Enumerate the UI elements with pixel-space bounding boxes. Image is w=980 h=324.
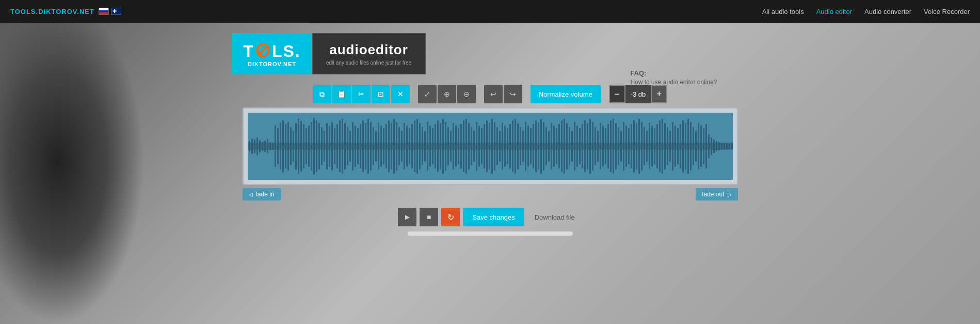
- faq-link[interactable]: How to use audio editor online?: [630, 79, 717, 86]
- copy-btn[interactable]: ⧉: [313, 85, 331, 103]
- svg-rect-14: [280, 123, 281, 169]
- svg-rect-93: [484, 124, 485, 168]
- svg-rect-97: [494, 122, 495, 171]
- svg-rect-149: [628, 128, 630, 164]
- svg-rect-118: [548, 131, 550, 162]
- svg-rect-6: [259, 140, 261, 152]
- svg-rect-158: [651, 126, 653, 167]
- nav-audio-converter[interactable]: Audio converter: [864, 8, 911, 16]
- svg-rect-5: [256, 137, 258, 155]
- svg-rect-173: [690, 122, 692, 171]
- svg-rect-84: [460, 124, 462, 168]
- topbar-logo-text: TOOLS.DIKTOROV.NET: [10, 8, 94, 16]
- svg-rect-102: [507, 128, 508, 164]
- undo-btn[interactable]: ↩: [484, 85, 503, 103]
- svg-rect-85: [463, 120, 464, 172]
- svg-rect-24: [306, 128, 307, 164]
- new-btn[interactable]: 📋: [332, 85, 351, 103]
- svg-rect-55: [385, 124, 387, 168]
- svg-rect-58: [393, 119, 395, 174]
- logo-diktorov: DIKTOROV.NET: [248, 61, 296, 67]
- svg-rect-162: [662, 119, 663, 174]
- logo-text-tools: T⊘LS.: [243, 40, 300, 60]
- cut-btn[interactable]: ✂: [352, 85, 371, 103]
- svg-rect-52: [378, 123, 379, 169]
- db-plus-btn[interactable]: +: [651, 85, 667, 103]
- svg-rect-114: [538, 123, 539, 169]
- fade-in-btn[interactable]: ◁ fade in: [243, 188, 281, 200]
- svg-rect-77: [442, 119, 444, 174]
- svg-rect-89: [473, 131, 475, 162]
- trim-btn[interactable]: ⊡: [372, 85, 390, 103]
- svg-rect-137: [597, 131, 599, 162]
- svg-rect-45: [360, 124, 361, 168]
- editor-title-main: audioeditor: [329, 42, 408, 58]
- edit-tools-group: ⧉ 📋 ✂ ⊡ ✕: [313, 85, 410, 103]
- nav-all-audio-tools[interactable]: All audio tools: [762, 8, 804, 16]
- svg-rect-9: [267, 139, 268, 153]
- svg-rect-7: [262, 142, 263, 151]
- svg-rect-134: [589, 119, 591, 174]
- svg-rect-20: [295, 123, 297, 169]
- svg-rect-135: [592, 122, 593, 171]
- svg-rect-94: [486, 120, 488, 172]
- topbar-logo[interactable]: TOOLS.DIKTOROV.NET: [10, 8, 94, 16]
- fade-out-btn[interactable]: fade out ▷: [696, 188, 737, 200]
- svg-rect-69: [422, 127, 423, 165]
- svg-rect-107: [520, 127, 521, 165]
- zoom-in-btn[interactable]: ⊕: [438, 85, 456, 103]
- db-value: -3 db: [625, 85, 651, 103]
- normalize-volume-btn[interactable]: Normalize volume: [531, 85, 601, 103]
- svg-rect-174: [693, 127, 694, 165]
- play-btn[interactable]: ▶: [398, 208, 416, 226]
- flag-ru-icon[interactable]: [99, 8, 109, 15]
- stop-btn[interactable]: ■: [420, 208, 438, 226]
- svg-rect-117: [545, 127, 547, 165]
- topbar-nav: All audio tools Audio editor Audio conve…: [762, 8, 970, 16]
- svg-rect-37: [339, 120, 341, 172]
- playback-row: ▶ ■ ↻ Save changes Download file: [398, 208, 582, 226]
- svg-rect-182: [713, 140, 715, 153]
- svg-rect-19: [293, 131, 294, 162]
- svg-rect-87: [468, 123, 470, 169]
- svg-rect-189: [731, 144, 733, 149]
- svg-rect-147: [623, 122, 624, 171]
- db-minus-btn[interactable]: −: [609, 85, 625, 103]
- svg-rect-79: [447, 127, 449, 165]
- redo-btn[interactable]: ↪: [504, 85, 522, 103]
- copy-icon: ⧉: [319, 90, 325, 99]
- delete-btn[interactable]: ✕: [391, 85, 410, 103]
- svg-rect-13: [277, 128, 279, 164]
- svg-rect-86: [465, 119, 467, 174]
- save-changes-btn[interactable]: Save changes: [463, 208, 524, 226]
- svg-rect-100: [502, 123, 503, 169]
- svg-rect-76: [440, 123, 441, 169]
- undo-redo-group: ↩ ↪: [484, 85, 522, 103]
- svg-rect-187: [726, 143, 728, 149]
- flag-en-icon[interactable]: [111, 8, 121, 15]
- nav-voice-recorder[interactable]: Voice Recorder: [924, 8, 970, 16]
- svg-rect-62: [404, 123, 405, 169]
- svg-rect-188: [729, 144, 730, 149]
- nav-audio-editor[interactable]: Audio editor: [816, 8, 852, 16]
- svg-rect-148: [625, 126, 627, 167]
- fit-icon: ⤢: [424, 90, 430, 98]
- svg-rect-164: [667, 127, 668, 165]
- svg-rect-16: [285, 124, 286, 168]
- zoom-fit-btn[interactable]: ⤢: [418, 85, 437, 103]
- waveform-container[interactable]: [243, 107, 738, 185]
- svg-rect-40: [347, 127, 348, 165]
- undo-icon: ↩: [490, 90, 496, 98]
- logo-box: T⊘LS. DIKTOROV.NET: [232, 33, 312, 74]
- svg-rect-51: [375, 131, 377, 162]
- download-file-btn[interactable]: Download file: [527, 208, 582, 226]
- svg-rect-36: [336, 124, 338, 168]
- svg-rect-167: [674, 126, 676, 167]
- zoom-out-btn[interactable]: ⊖: [457, 85, 476, 103]
- refresh-btn[interactable]: ↻: [441, 208, 460, 226]
- waveform-inner[interactable]: [248, 113, 733, 180]
- svg-rect-136: [595, 127, 596, 165]
- svg-rect-88: [471, 127, 472, 165]
- svg-rect-111: [530, 128, 532, 164]
- svg-rect-70: [424, 131, 426, 162]
